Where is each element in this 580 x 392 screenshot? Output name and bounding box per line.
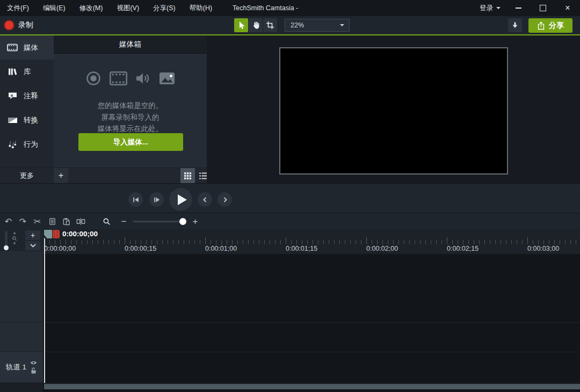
undo-icon: ↶	[5, 217, 12, 226]
playhead-time: 0:00:00;00	[62, 230, 98, 238]
magnifier-icon	[12, 236, 17, 241]
behaviors-icon	[7, 140, 18, 149]
canvas-zoom-select[interactable]: 22%	[285, 19, 350, 32]
share-icon	[537, 21, 545, 30]
menu-help[interactable]: 帮助(H)	[183, 4, 219, 13]
track-height-thumb[interactable]	[4, 245, 9, 250]
plus-icon: +	[193, 216, 198, 227]
ruler-label: 0:00:03;00	[527, 245, 559, 252]
maximize-button[interactable]	[531, 0, 555, 16]
record-label: 录制	[18, 20, 33, 30]
close-button[interactable]: ×	[555, 0, 580, 16]
track1-header[interactable]: 轨道 1	[0, 352, 43, 383]
sidebar-label-annotations: 注释	[24, 91, 38, 101]
timeline-ruler[interactable]: 0:00:00;000:00:00;150:00:01;000:00:01;15…	[43, 229, 580, 254]
tracks-canvas[interactable]	[43, 254, 580, 392]
menu-file[interactable]: 文件(F)	[0, 4, 36, 13]
plus-icon: +	[31, 231, 35, 239]
menu-modify[interactable]: 修改(M)	[73, 4, 110, 13]
login-label: 登录	[480, 4, 493, 13]
previous-clip-button[interactable]	[198, 192, 212, 207]
empty-track-header	[0, 251, 43, 322]
transition-icon	[7, 117, 18, 124]
horizontal-scrollbar[interactable]	[44, 384, 580, 389]
sidebar-item-media[interactable]: 媒体	[0, 35, 54, 60]
redo-button[interactable]: ↷	[16, 214, 30, 229]
pan-tool-button[interactable]	[249, 18, 263, 32]
share-button[interactable]: 分享	[528, 18, 572, 33]
track-zoom-control[interactable]: ▲ ▼	[11, 231, 18, 246]
paste-button[interactable]	[59, 214, 74, 229]
film-icon	[110, 71, 127, 85]
add-track-button[interactable]: +	[25, 230, 40, 240]
timeline-zoom-thumb[interactable]	[179, 218, 186, 225]
track-divider	[43, 352, 580, 352]
chevron-down-icon	[340, 24, 344, 26]
next-clip-button[interactable]	[218, 192, 232, 207]
playhead-marker[interactable]	[53, 230, 60, 238]
timeline-zoom-out-button[interactable]: −	[117, 214, 131, 229]
library-icon	[7, 68, 18, 76]
import-media-button[interactable]: 导入媒体...	[78, 133, 183, 151]
previous-frame-button[interactable]	[128, 192, 143, 207]
ruler-label: 0:00:00;15	[125, 245, 156, 252]
sidebar-item-behaviors[interactable]: 行为	[0, 132, 54, 156]
sidebar-more-button[interactable]: 更多	[0, 168, 54, 183]
chevron-down-icon	[496, 7, 501, 9]
playback-bar: 00:00 / 00:00 30 fps ⚙ 属性	[0, 183, 580, 213]
login-button[interactable]: 登录	[474, 0, 506, 16]
eye-icon[interactable]	[30, 360, 37, 365]
preview-canvas[interactable]	[279, 47, 508, 175]
chevron-left-icon	[202, 197, 208, 203]
play-button[interactable]	[169, 188, 192, 211]
crop-tool-button[interactable]	[263, 18, 277, 32]
ruler-label: 0:00:02;15	[447, 245, 479, 252]
add-media-button[interactable]: +	[54, 168, 68, 183]
unlock-icon[interactable]	[31, 367, 37, 374]
camtasia-window: 文件(F) 编辑(E) 修改(M) 视图(V) 分享(S) 帮助(H) Tech…	[0, 0, 580, 392]
step-forward-button[interactable]	[149, 192, 164, 207]
undo-button[interactable]: ↶	[1, 214, 16, 229]
magnifier-icon	[103, 217, 111, 226]
cut-button[interactable]: ✂	[30, 214, 45, 229]
grid-view-button[interactable]	[180, 168, 195, 183]
menu-view[interactable]: 视图(V)	[110, 4, 146, 13]
select-tool-button[interactable]	[234, 18, 248, 32]
timeline-track-area: 0:00:00;000:00:00;150:00:01;000:00:01;15…	[43, 229, 580, 392]
split-button[interactable]	[74, 214, 88, 229]
gutter-bottom	[0, 383, 43, 392]
minimize-button[interactable]	[506, 0, 531, 16]
image-icon	[159, 72, 175, 85]
media-bin-header: 媒体箱	[54, 35, 207, 54]
sidebar-label-transitions: 转换	[24, 115, 38, 125]
download-button[interactable]	[508, 18, 522, 32]
previous-frame-icon	[133, 197, 139, 203]
step-forward-icon	[154, 197, 160, 203]
sidebar-label-behaviors: 行为	[24, 140, 38, 149]
play-icon	[178, 194, 187, 205]
record-circle-icon	[86, 71, 101, 86]
track1-controls	[30, 360, 37, 374]
timeline-zoom-button[interactable]	[99, 214, 114, 229]
timeline-zoom-slider[interactable]	[133, 221, 184, 222]
filmstrip-icon	[7, 43, 18, 52]
menu-share[interactable]: 分享(S)	[146, 4, 183, 13]
menu-edit[interactable]: 编辑(E)	[36, 4, 73, 13]
sidebar-item-library[interactable]: 库	[0, 60, 54, 84]
sidebar-item-annotations[interactable]: a 注释	[0, 84, 54, 108]
ruler-label: 0:00:01;00	[205, 245, 237, 252]
ruler-label: 0:00:01;15	[286, 245, 317, 252]
copy-button[interactable]	[45, 214, 60, 229]
ruler-labels: 0:00:00;000:00:00;150:00:01;000:00:01;15…	[43, 245, 580, 253]
minus-icon: −	[121, 216, 127, 227]
ruler-label: 0:00:02;00	[366, 245, 398, 252]
triangle-up-icon: ▲	[12, 231, 17, 235]
timeline-zoom-in-button[interactable]: +	[188, 214, 202, 229]
sidebar-item-transitions[interactable]: 转换	[0, 108, 54, 132]
track-height-slider[interactable]	[5, 231, 8, 249]
playhead-line[interactable]	[44, 238, 45, 383]
track-options-button[interactable]	[25, 241, 40, 250]
record-button[interactable]: 录制	[5, 18, 33, 32]
ruler-minor-ticks	[44, 240, 580, 244]
triangle-down-icon: ▼	[12, 242, 17, 246]
